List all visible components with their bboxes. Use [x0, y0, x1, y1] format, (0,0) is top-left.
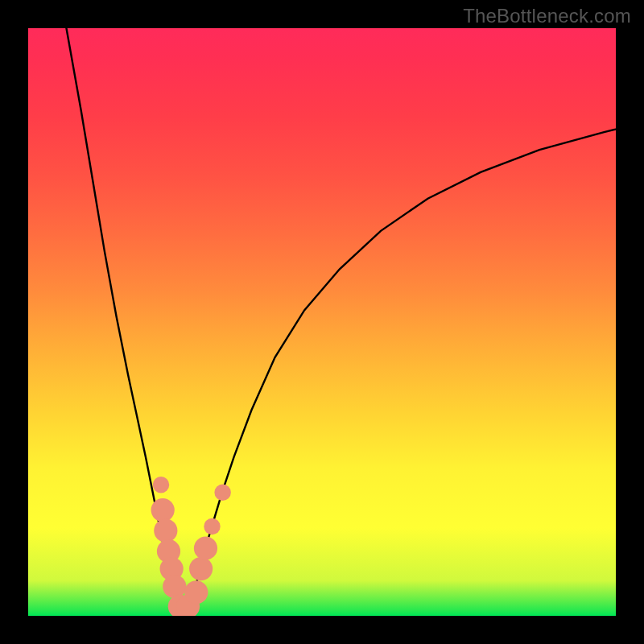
sample-point: [189, 557, 213, 580]
sample-point: [184, 580, 208, 604]
curve-right-branch: [188, 130, 616, 612]
sample-point: [153, 477, 169, 493]
sample-point-group: [151, 477, 231, 616]
sample-point: [214, 484, 230, 500]
chart-frame: TheBottleneck.com: [0, 0, 644, 644]
plot-area: [28, 28, 616, 616]
sample-point: [204, 518, 220, 535]
sample-point: [163, 575, 186, 598]
sample-point: [154, 519, 177, 543]
sample-point: [151, 498, 175, 522]
sample-point: [194, 536, 217, 559]
chart-svg: [28, 28, 616, 616]
watermark-text: TheBottleneck.com: [463, 5, 631, 27]
